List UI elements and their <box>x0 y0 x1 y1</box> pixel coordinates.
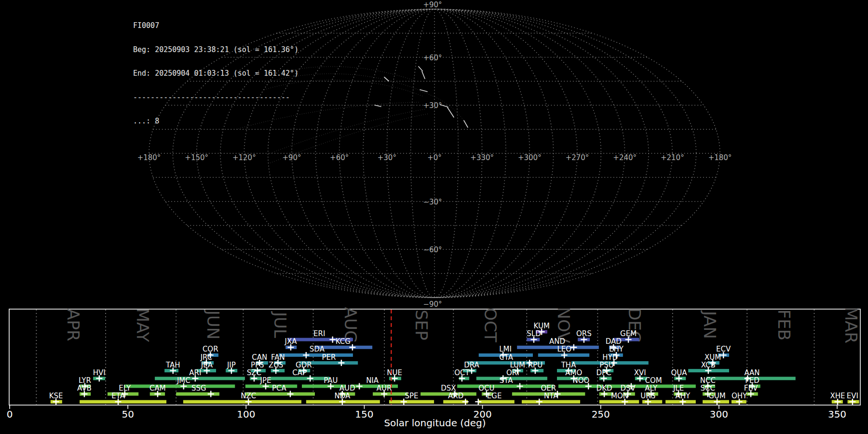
shower-code-NTA: NTA <box>544 392 558 400</box>
shower-code-PER: PER <box>322 353 336 362</box>
shower-code-EGE: EGE <box>487 392 502 400</box>
shower-code-STA: STA <box>500 376 514 385</box>
shower-bar-MON <box>599 400 639 404</box>
longitude-label: +180° <box>708 153 732 162</box>
latitude-label: +30° <box>423 101 442 110</box>
shower-code-NDA: NDA <box>334 392 351 400</box>
shower-bar-SDA <box>279 353 353 357</box>
month-label: SEP <box>412 310 431 340</box>
shower-code-ETA: ETA <box>111 392 125 400</box>
month-label: FEB <box>774 310 794 340</box>
shower-code-ORS: ORS <box>576 329 592 338</box>
peak-marker-STA <box>517 383 523 389</box>
x-tick-label: 100 <box>237 408 255 420</box>
longitude-label: +240° <box>613 153 637 162</box>
shower-code-JMC: JMC <box>176 376 190 385</box>
shower-code-GUM: GUM <box>708 392 726 400</box>
longitude-label: +90° <box>282 153 301 162</box>
shower-code-JPE: JPE <box>260 376 271 385</box>
longitude-label: +150° <box>185 153 208 162</box>
shower-code-QUA: QUA <box>671 368 687 377</box>
shower-code-CAM: CAM <box>149 384 166 393</box>
shower-code-EVI: EVI <box>847 392 858 400</box>
shower-code-TAH: TAH <box>165 361 180 369</box>
x-axis-title: Solar longitude (deg) <box>384 417 486 429</box>
peak-marker-NIA <box>356 383 363 389</box>
shower-bar-STA <box>457 384 554 388</box>
shower-code-NOO: NOO <box>573 376 590 385</box>
shower-code-NZC: NZC <box>241 392 256 400</box>
latitude-label: +90° <box>423 0 442 9</box>
shower-code-SPE: SPE <box>405 392 418 400</box>
meteor-trail <box>464 121 468 127</box>
shower-bar-NTA <box>522 400 580 404</box>
shower-bar-ETA <box>80 400 166 404</box>
peak-marker-SSG <box>208 391 214 397</box>
x-tick-label: 50 <box>122 408 134 420</box>
longitude-label: +300° <box>518 153 542 162</box>
shower-code-OHY: OHY <box>732 392 747 400</box>
x-tick-label: 250 <box>592 408 610 420</box>
latitude-label: −60° <box>423 245 442 254</box>
shower-code-JIP: JIP <box>227 361 236 369</box>
shower-code-SLD: SLD <box>527 329 541 338</box>
shower-code-URS: URS <box>640 392 655 400</box>
shower-code-PAU: PAU <box>324 376 338 385</box>
peak-marker-AND <box>570 344 577 351</box>
peak-marker-PER <box>338 360 344 366</box>
shower-code-XVI: XVI <box>634 368 646 377</box>
shower-code-SSG: SSG <box>191 384 206 393</box>
longitude-label: +210° <box>661 153 684 162</box>
longitude-label: +330° <box>470 153 494 162</box>
meteor-trail <box>419 67 422 71</box>
peak-marker-SDA <box>303 352 309 358</box>
peak-marker-NTA <box>536 399 542 405</box>
shower-code-OCT: OCT <box>454 368 470 377</box>
month-label: MAR <box>841 307 861 343</box>
month-label: JUN <box>203 310 223 339</box>
shower-bar-AUR <box>373 393 408 396</box>
shower-code-PCA: PCA <box>272 384 287 393</box>
shower-code-GEM: GEM <box>620 329 637 338</box>
peak-marker-PCA <box>287 391 293 397</box>
shower-code-MON: MON <box>611 392 628 400</box>
shower-code-DKD: DKD <box>597 384 612 393</box>
shower-code-DPC: DPC <box>597 368 611 377</box>
drift-track <box>266 67 416 81</box>
shower-bar-EGE <box>478 400 515 404</box>
x-tick-label: 150 <box>355 408 373 420</box>
latitude-label: +60° <box>423 54 442 62</box>
peak-marker-CAP <box>307 375 313 381</box>
radiant-drift-tracks <box>236 67 466 163</box>
shower-code-LEO: LEO <box>557 345 571 353</box>
shower-bars: KUMERISLDORSGEMJXAKCGANDDADCORSDALMILEOE… <box>49 322 859 405</box>
x-tick-label: 350 <box>828 408 846 420</box>
shower-code-NUE: NUE <box>387 368 402 377</box>
shower-bar-SPE <box>389 400 434 404</box>
shower-code-ZCS: ZCS <box>269 361 283 369</box>
shower-code-ERI: ERI <box>313 329 325 338</box>
x-tick-label: 0 <box>7 408 13 420</box>
month-label: OCT <box>481 308 500 342</box>
shower-bar-JPE <box>245 384 297 388</box>
x-tick-label: 300 <box>710 408 728 420</box>
shower-bar-ARI <box>155 377 245 380</box>
longitude-label: +60° <box>330 153 349 162</box>
shower-code-XCB: XCB <box>701 361 716 369</box>
peak-marker-EGE <box>475 399 481 405</box>
drift-track <box>264 74 420 91</box>
sky-map-labels: +180°+150°+120°+90°+60°+30°+0°+330°+300°… <box>137 0 732 309</box>
shower-code-RPU: RPU <box>528 361 542 369</box>
shower-bar-JMC <box>124 384 235 388</box>
longitude-label: +120° <box>232 153 256 162</box>
meteor-trail <box>422 71 425 79</box>
latitude-label: −90° <box>423 300 442 309</box>
shower-code-HVI: HVI <box>93 368 106 377</box>
month-label: JUL <box>271 311 290 338</box>
shower-code-CAP: CAP <box>292 368 307 377</box>
month-label: APR <box>64 309 83 341</box>
longitude-label: +180° <box>137 153 161 162</box>
shower-code-JXA: JXA <box>284 337 297 346</box>
shower-bar-NZC <box>183 400 301 404</box>
latitude-label: −30° <box>423 198 442 206</box>
